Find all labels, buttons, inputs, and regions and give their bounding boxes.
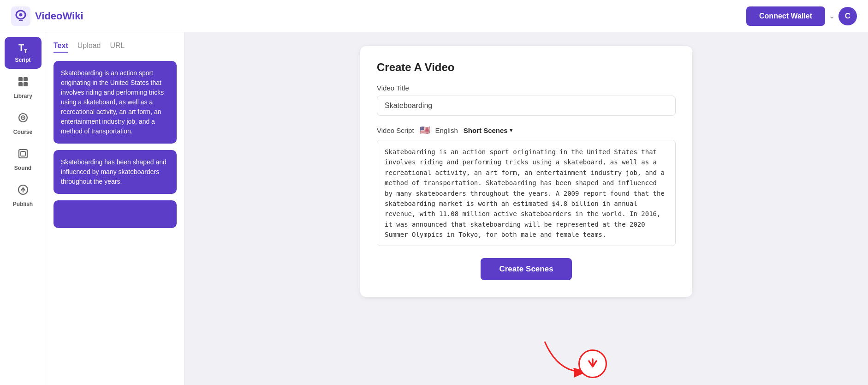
tab-text[interactable]: Text [54,42,68,53]
svg-rect-3 [19,20,23,21]
card-title: Create A Video [377,61,676,74]
scene-card-1: Skateboarding is an action sport origina… [54,61,177,144]
create-video-card: Create A Video Video Title Video Script … [360,46,692,297]
sidebar-item-label-sound: Sound [14,165,31,171]
svg-rect-5 [24,77,28,81]
content-area: Text Upload URL Skateboarding is an acti… [46,32,868,385]
scene-card-1-text: Skateboarding is an action sport origina… [61,69,164,135]
sidebar-item-label-library: Library [13,93,32,99]
logo-area: VideoWiki [11,6,83,26]
sidebar-item-library[interactable]: Library [5,71,42,105]
logo-text: VideoWiki [35,10,83,22]
sound-icon [18,148,29,162]
left-panel: Text Upload URL Skateboarding is an acti… [46,32,184,385]
svg-rect-6 [18,82,23,86]
scene-type-button[interactable]: Short Scenes ▾ [464,126,512,134]
sidebar-item-publish[interactable]: Publish [5,179,42,213]
svg-rect-11 [19,150,27,158]
scene-card-2: Skateboarding has been shaped and influe… [54,150,177,194]
header-right: Connect Wallet ⌄ C [746,6,857,26]
script-label: Video Script [377,126,414,134]
scene-type-label: Short Scenes [464,126,508,134]
sidebar-item-course[interactable]: Course [5,107,42,141]
svg-rect-12 [21,151,25,156]
flag-icon: 🇺🇸 [420,125,430,135]
publish-icon [18,184,29,198]
annotation-container [540,337,605,380]
sidebar: TT Script Library Course Sound Publish [0,32,46,385]
sidebar-item-sound[interactable]: Sound [5,143,42,177]
script-header: Video Script 🇺🇸 English Short Scenes ▾ [377,125,676,135]
video-title-input[interactable] [377,96,676,116]
tab-url[interactable]: URL [110,42,125,53]
right-panel: Create A Video Video Title Video Script … [184,32,868,385]
main-layout: TT Script Library Course Sound Publish [0,32,868,385]
svg-rect-7 [24,82,28,86]
course-icon [18,112,29,126]
script-icon: TT [18,42,27,54]
svg-rect-4 [18,77,23,81]
tab-upload[interactable]: Upload [77,42,101,53]
language-text: English [435,126,458,134]
chevron-down-icon[interactable]: ⌄ [829,12,835,20]
circle-annotation [578,349,607,378]
sidebar-item-script[interactable]: TT Script [5,37,42,69]
script-textarea[interactable] [377,140,676,246]
sidebar-item-label-publish: Publish [13,201,33,207]
scene-card-2-text: Skateboarding has been shaped and influe… [61,158,166,185]
sidebar-item-label-script: Script [15,57,30,63]
library-icon [18,76,29,90]
connect-wallet-button[interactable]: Connect Wallet [746,6,825,26]
scene-type-chevron-icon: ▾ [510,127,512,133]
video-title-label: Video Title [377,84,676,92]
down-arrow-icon [585,356,600,371]
tabs-row: Text Upload URL [54,42,177,53]
header: VideoWiki Connect Wallet ⌄ C [0,0,868,32]
sidebar-item-label-course: Course [13,129,32,135]
create-scenes-button[interactable]: Create Scenes [481,258,571,280]
scene-card-3-partial [54,200,177,228]
avatar[interactable]: C [838,7,857,25]
svg-point-10 [22,117,24,119]
logo-icon [11,6,30,26]
svg-point-2 [19,13,23,16]
